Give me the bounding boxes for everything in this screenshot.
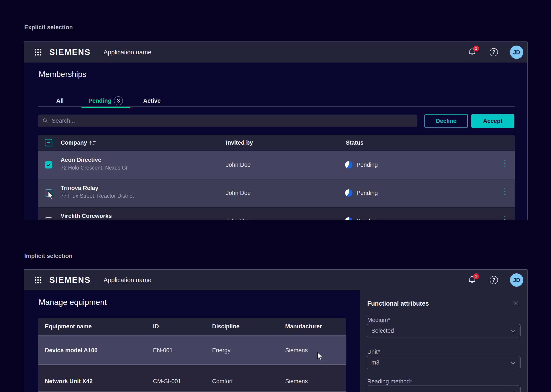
row-menu-kebab-icon[interactable] [503,187,506,196]
status-pending-icon [345,161,352,168]
search-icon [42,118,48,124]
row-menu-kebab-icon[interactable] [503,159,506,168]
equipment-id: EN-001 [153,347,173,354]
equipment-table-header: Equipment name ID Discipline Manufacture… [38,318,346,335]
equipment-manufacturer: Siemens [285,378,308,385]
app-name: Application name [104,277,151,284]
tab-active-label: Active [143,98,160,104]
close-icon[interactable] [513,300,519,306]
help-button[interactable]: ? [490,276,498,284]
app-header: SIEMENS Application name 1 ? JD [24,42,527,63]
unit-label: Unit* [367,349,380,355]
membership-row[interactable]: Aeon Directive 72 Holo Crescent, Nexus G… [38,151,515,179]
tab-all-label: All [56,98,64,104]
notifications-button[interactable]: 1 [468,48,476,57]
tab-pending-count-badge: 3 [114,96,123,105]
select-all-checkbox[interactable] [45,139,52,146]
unit-value: m3 [371,359,511,366]
row-checkbox-checked[interactable] [45,161,52,168]
equipment-name: Device model A100 [45,347,98,354]
notification-badge: 1 [473,46,479,51]
invited-by-value: John Doe [226,218,251,220]
company-address: 72 Holo Crescent, Nexus Gr [61,165,128,171]
invited-by-value: John Doe [226,190,251,196]
canvas: Explicit selection SIEMENS Application n… [0,0,551,392]
app-name: Application name [104,49,151,56]
manage-equipment-window: SIEMENS Application name 1 ? JD Manage e… [24,269,528,392]
tab-pending[interactable]: Pending 3 [81,94,130,107]
column-header-equipment-name: Equipment name [45,323,92,330]
column-header-discipline: Discipline [212,323,240,330]
accept-button[interactable]: Accept [471,114,514,128]
tab-active[interactable]: Active [136,94,167,107]
column-header-manufacturer: Manufacturer [285,323,322,330]
row-checkbox-hover[interactable] [45,189,52,197]
status-value: Pending [356,162,378,168]
search-box [38,115,417,127]
company-name: Virelith Coreworks [61,213,112,219]
memberships-table-header: Company Invited by Status [38,135,515,151]
tab-pending-label: Pending [89,98,112,104]
membership-row[interactable]: Trinova Relay 77 Flux Street, Reactor Di… [38,179,515,207]
functional-attributes-panel: Functional attributes Medium* Selected U… [360,290,528,392]
membership-row[interactable]: Virelith Coreworks John Doe Pending [38,207,515,220]
panel-title: Functional attributes [367,300,429,307]
decline-button[interactable]: Decline [425,114,468,128]
app-switcher-icon[interactable] [34,49,42,56]
chevron-down-icon [511,389,515,392]
notification-badge: 1 [473,273,479,279]
equipment-id: CM-SI-001 [153,378,181,385]
question-icon: ? [492,49,495,55]
equipment-manufacturer: Siemens [285,347,308,354]
equipment-name: Network Unit X42 [45,378,93,385]
page-title: Manage equipment [39,298,107,307]
notifications-button[interactable]: 1 [468,275,476,285]
help-button[interactable]: ? [490,48,498,56]
status-value: Pending [356,218,378,220]
company-address: 77 Flux Street, Reactor District [61,193,134,199]
medium-select[interactable]: Selected [367,324,521,337]
column-header-status: Status [346,140,364,146]
row-menu-kebab-icon[interactable] [503,215,506,220]
column-header-invited-by: Invited by [226,140,253,146]
user-avatar[interactable]: JD [510,46,523,59]
sort-ascending-icon [89,140,96,146]
siemens-logo: SIEMENS [49,48,91,57]
page-title: Memberships [39,70,86,79]
status-pending-icon [345,189,352,197]
invited-by-value: John Doe [226,162,251,168]
equipment-discipline: Comfort [212,378,233,385]
equipment-discipline: Energy [212,347,230,354]
equipment-row[interactable]: Network Unit X42 CM-SI-001 Comfort Sieme… [38,364,346,392]
column-header-id: ID [153,323,159,330]
app-switcher-icon[interactable] [34,276,42,284]
chevron-down-icon [511,328,515,332]
column-header-company[interactable]: Company [61,140,96,146]
siemens-logo: SIEMENS [49,275,91,285]
status-pending-icon [345,217,352,220]
row-checkbox[interactable] [45,217,52,220]
question-icon: ? [492,277,495,283]
reading-method-select[interactable] [367,385,521,392]
section-label-implicit: Implicit selection [24,253,72,259]
app-header: SIEMENS Application name 1 ? JD [24,270,527,290]
tab-all[interactable]: All [50,94,70,107]
chevron-down-icon [511,360,515,364]
search-input[interactable] [51,117,413,125]
medium-value: Selected [371,328,511,334]
medium-label: Medium* [367,317,390,323]
unit-select[interactable]: m3 [367,356,521,369]
company-name: Trinova Relay [61,185,98,191]
reading-method-label: Reading method* [367,378,412,385]
column-company-label: Company [61,140,87,146]
equipment-row[interactable]: Device model A100 EN-001 Energy Siemens [38,336,346,364]
section-label-explicit: Explicit selection [24,24,73,31]
user-avatar[interactable]: JD [510,273,523,287]
memberships-window: SIEMENS Application name 1 ? JD Membersh… [24,42,528,220]
company-name: Aeon Directive [61,157,101,163]
status-value: Pending [356,190,378,196]
